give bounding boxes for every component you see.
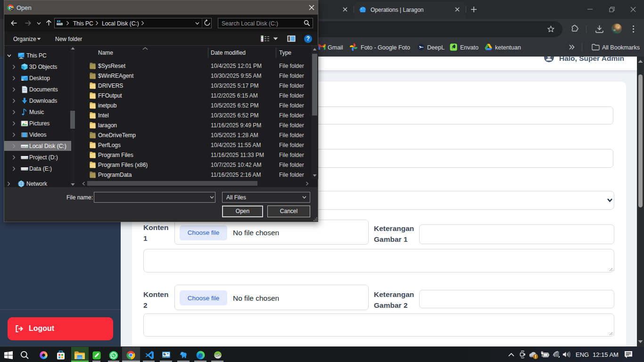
svg-text:HS: HS [215,353,220,357]
